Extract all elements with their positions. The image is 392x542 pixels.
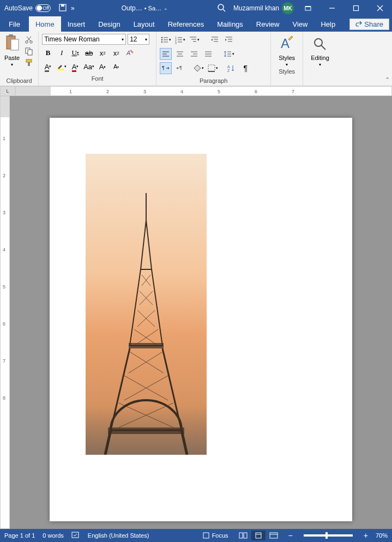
collapse-ribbon-icon[interactable]: ⌃ <box>385 76 390 83</box>
document-area[interactable] <box>10 96 392 529</box>
tab-file[interactable]: File <box>0 16 29 32</box>
svg-rect-4 <box>305 7 311 10</box>
document-page[interactable] <box>50 118 352 521</box>
align-center-button[interactable] <box>174 48 186 60</box>
toggle-switch[interactable]: Off <box>35 4 51 12</box>
svg-rect-86 <box>203 533 209 538</box>
svg-rect-87 <box>239 533 243 538</box>
justify-button[interactable] <box>202 48 214 60</box>
chevron-down-icon[interactable]: ▾ <box>11 62 13 67</box>
read-mode-button[interactable] <box>236 531 250 540</box>
rtl-direction-button[interactable]: ¶ <box>174 62 186 74</box>
user-account[interactable]: Muzammil khan MK <box>231 2 296 14</box>
chevron-down-icon[interactable]: ▾ <box>145 37 147 42</box>
svg-line-67 <box>321 45 325 50</box>
chevron-down-icon[interactable]: ▾ <box>122 37 124 42</box>
font-size-select[interactable]: 12▾ <box>128 34 149 45</box>
spellcheck-icon[interactable] <box>71 531 80 540</box>
svg-rect-18 <box>28 50 32 55</box>
share-button[interactable]: Share <box>349 19 389 30</box>
svg-point-25 <box>161 41 163 43</box>
minimize-button[interactable] <box>320 0 344 16</box>
styles-button[interactable]: A Styles ▾ <box>274 34 299 67</box>
horizontal-ruler[interactable]: 1234567 <box>15 86 392 96</box>
tab-mailings[interactable]: Mailings <box>210 16 250 32</box>
svg-text:3: 3 <box>175 41 177 44</box>
chevron-down-icon[interactable]: ▾ <box>319 62 321 67</box>
tab-review[interactable]: Review <box>250 16 286 32</box>
zoom-level[interactable]: 70% <box>376 532 388 539</box>
strikethrough-button[interactable]: ab <box>83 47 95 59</box>
paste-icon[interactable] <box>4 34 20 53</box>
align-left-button[interactable] <box>160 48 172 60</box>
zoom-in-button[interactable]: + <box>364 531 368 540</box>
align-right-button[interactable] <box>188 48 200 60</box>
focus-mode-button[interactable]: Focus <box>202 532 228 539</box>
vertical-ruler[interactable]: 12345678 <box>0 96 10 529</box>
tab-help[interactable]: Help <box>314 16 342 32</box>
chevron-down-icon[interactable]: ⌄ <box>164 5 168 11</box>
web-layout-button[interactable] <box>267 531 281 540</box>
close-button[interactable] <box>368 0 392 16</box>
borders-button[interactable]: ▾ <box>207 62 219 74</box>
font-color-a-button[interactable]: A▾ <box>42 61 54 73</box>
sort-button[interactable]: AZ <box>225 62 237 74</box>
clear-formatting-button[interactable]: A <box>124 47 136 59</box>
grow-font-button[interactable]: A▴ <box>97 61 108 73</box>
search-icon[interactable] <box>212 3 231 14</box>
cut-icon[interactable] <box>24 35 34 45</box>
ribbon-tabs: File Home Insert Design Layout Reference… <box>0 16 392 32</box>
zoom-out-button[interactable]: − <box>288 531 293 540</box>
tab-references[interactable]: References <box>161 16 210 32</box>
group-label-styles: Styles <box>274 67 299 76</box>
superscript-button[interactable]: x2 <box>110 47 122 59</box>
group-label-paragraph: Paragraph <box>160 76 267 86</box>
decrease-indent-button[interactable] <box>209 34 221 46</box>
increase-indent-button[interactable] <box>223 34 235 46</box>
svg-rect-22 <box>57 69 64 70</box>
format-painter-icon[interactable] <box>24 58 34 68</box>
print-layout-button[interactable] <box>251 531 266 540</box>
more-commands-icon[interactable]: » <box>71 4 75 12</box>
inserted-image[interactable] <box>86 154 207 455</box>
subscript-button[interactable]: x2 <box>97 47 108 59</box>
ltr-direction-button[interactable]: ¶ <box>160 62 172 74</box>
tab-view[interactable]: View <box>286 16 314 32</box>
copy-icon[interactable] <box>24 46 34 56</box>
workspace: 12345678 <box>0 96 392 529</box>
save-icon[interactable] <box>58 3 67 14</box>
show-marks-button[interactable]: ¶ <box>239 62 251 74</box>
autosave-toggle[interactable]: AutoSave Off <box>0 4 55 12</box>
maximize-button[interactable] <box>344 0 368 16</box>
tab-selector[interactable]: L <box>0 86 15 96</box>
numbering-button[interactable]: 123▾ <box>174 34 186 46</box>
svg-rect-19 <box>26 59 32 62</box>
shading-button[interactable]: ▾ <box>192 62 204 74</box>
bullets-button[interactable]: ▾ <box>160 34 172 46</box>
multilevel-list-button[interactable]: ▾ <box>188 34 200 46</box>
editing-button[interactable]: Editing ▾ <box>306 34 334 67</box>
paste-label: Paste <box>4 55 20 61</box>
tab-design[interactable]: Design <box>92 16 126 32</box>
page-indicator[interactable]: Page 1 of 1 <box>4 532 35 539</box>
italic-button[interactable]: I <box>56 47 68 59</box>
underline-button[interactable]: U▾ <box>69 47 81 59</box>
bold-button[interactable]: B <box>42 47 54 59</box>
ribbon-display-options[interactable] <box>296 0 320 16</box>
word-count[interactable]: 0 words <box>43 532 64 539</box>
svg-rect-69 <box>129 343 164 348</box>
document-title[interactable]: Outp… • Sa… ⌄ <box>78 4 212 12</box>
tab-insert[interactable]: Insert <box>61 16 92 32</box>
svg-text:A: A <box>227 65 230 69</box>
shrink-font-button[interactable]: A▾ <box>110 61 122 73</box>
language-indicator[interactable]: English (United States) <box>88 532 149 539</box>
chevron-down-icon[interactable]: ▾ <box>286 62 288 67</box>
tab-layout[interactable]: Layout <box>127 16 161 32</box>
font-color-button[interactable]: A▾ <box>69 61 81 73</box>
change-case-button[interactable]: Aa▾ <box>83 61 95 73</box>
font-name-select[interactable]: Times New Roman▾ <box>42 34 126 45</box>
zoom-slider[interactable] <box>304 534 353 537</box>
highlight-button[interactable]: ▾ <box>56 61 68 73</box>
line-spacing-button[interactable]: ▾ <box>223 48 235 60</box>
tab-home[interactable]: Home <box>29 16 61 32</box>
